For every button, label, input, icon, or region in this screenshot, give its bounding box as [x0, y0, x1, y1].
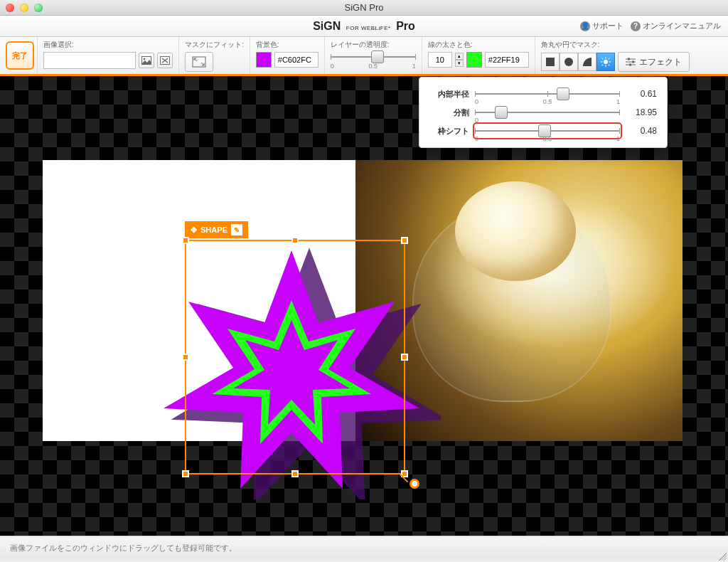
stroke-color-swatch[interactable]: [466, 52, 482, 68]
mask-rounded-button[interactable]: [578, 53, 596, 71]
help-icon: ?: [631, 21, 641, 31]
edit-icon[interactable]: ✎: [231, 224, 242, 235]
mask-square-button[interactable]: [541, 53, 560, 71]
opacity-min: 0: [331, 63, 334, 70]
brand-sub: FOR WEBLiFE*: [346, 25, 391, 31]
brand-main: SiGN: [313, 20, 341, 32]
resize-handle-bm[interactable]: [291, 470, 299, 477]
resize-grip[interactable]: [717, 551, 727, 561]
popover-row: 内部半径00.510.61: [425, 85, 657, 103]
step-down-icon[interactable]: ▾: [455, 60, 464, 67]
status-bar: 画像ファイルをこのウィンドウにドラッグしても登録可能です。: [0, 536, 728, 560]
effect-label: エフェクト: [639, 56, 682, 68]
image-icon: [141, 56, 151, 65]
popover-slider[interactable]: 0: [475, 106, 620, 119]
app-header: SiGN FOR WEBLiFE* Pro 👤 サポート ? オンラインマニュア…: [0, 16, 728, 37]
rotate-handle[interactable]: [410, 479, 419, 489]
popover-row: 分割018.95: [425, 103, 657, 122]
svg-rect-4: [546, 58, 555, 66]
popover-value: 0.48: [626, 126, 657, 136]
selection-box[interactable]: ✥ SHAPE ✎: [185, 240, 405, 474]
fit-icon: [191, 55, 207, 68]
manual-link[interactable]: ? オンラインマニュアル: [631, 21, 721, 31]
bgcolor-hex-input[interactable]: [274, 52, 318, 68]
square-icon: [545, 57, 555, 67]
sliders-icon: [626, 58, 636, 66]
opacity-thumb[interactable]: [371, 51, 384, 63]
clear-icon: [160, 56, 170, 65]
status-hint: 画像ファイルをこのウィンドウにドラッグしても登録可能です。: [10, 543, 237, 553]
mask-circle-button[interactable]: [560, 53, 578, 71]
stroke-width-stepper[interactable]: ▴▾: [455, 53, 464, 67]
quarter-icon: [582, 57, 592, 67]
popover-param-label: 内部半径: [425, 89, 469, 100]
popover-param-label: 枠シフト: [425, 126, 469, 137]
done-button[interactable]: 完了: [6, 41, 34, 70]
step-up-icon[interactable]: ▴: [455, 53, 464, 60]
stroke-width-input[interactable]: [428, 52, 452, 68]
stroke-label: 線の太さと色:: [428, 40, 529, 50]
resize-handle-bl[interactable]: [182, 470, 189, 477]
brand-suffix: Pro: [396, 20, 415, 32]
mask-burst-button[interactable]: [596, 53, 615, 71]
svg-point-5: [564, 58, 573, 66]
resize-handle-tr[interactable]: [401, 237, 408, 244]
fit-mask-label: マスクにフィット:: [185, 40, 244, 50]
resize-handle-mr[interactable]: [401, 354, 408, 361]
fit-mask-button[interactable]: [185, 52, 213, 72]
effect-button[interactable]: エフェクト: [618, 52, 690, 72]
burst-settings-popover: 内部半径00.510.61分割018.95枠シフト00.510.48: [419, 77, 668, 148]
opacity-slider[interactable]: 0 0.5 1: [331, 52, 416, 70]
resize-handle-tm[interactable]: [291, 237, 299, 244]
image-path-field[interactable]: [43, 52, 136, 69]
browse-image-button[interactable]: [139, 53, 154, 68]
canvas[interactable]: ✥ SHAPE ✎ 内部半径00.510.61分割018.95枠シフト00.51…: [0, 76, 728, 536]
selection-label: SHAPE: [200, 226, 228, 234]
popover-row: 枠シフト00.510.48: [425, 122, 657, 140]
resize-handle-ml[interactable]: [182, 354, 189, 361]
move-icon: ✥: [191, 226, 197, 235]
support-link[interactable]: 👤 サポート: [580, 21, 623, 31]
user-icon: 👤: [580, 21, 590, 31]
window-title: SiGN Pro: [0, 2, 728, 13]
mask-label: 角丸や円でマスク:: [541, 40, 690, 50]
clear-image-button[interactable]: [157, 53, 173, 68]
svg-point-1: [144, 58, 146, 60]
stroke-hex-input[interactable]: [485, 52, 529, 68]
popover-value: 18.95: [626, 107, 657, 117]
popover-slider[interactable]: 00.51: [475, 88, 620, 100]
image-select-label: 画像選択:: [43, 40, 173, 50]
resize-handle-tl[interactable]: [182, 237, 189, 244]
opacity-max: 1: [412, 63, 416, 70]
brand-logo: SiGN FOR WEBLiFE* Pro: [313, 20, 415, 33]
popover-param-label: 分割: [425, 107, 469, 118]
selection-tag[interactable]: ✥ SHAPE ✎: [185, 221, 248, 238]
opacity-label: レイヤーの透明度:: [331, 40, 416, 50]
svg-rect-7: [628, 58, 630, 60]
support-label: サポート: [592, 21, 623, 31]
svg-point-6: [604, 60, 608, 64]
window-titlebar: SiGN Pro: [0, 0, 728, 16]
svg-rect-8: [632, 61, 634, 63]
bgcolor-label: 背景色:: [256, 40, 318, 50]
circle-icon: [564, 57, 574, 67]
popover-value: 0.61: [626, 89, 657, 99]
bgcolor-swatch[interactable]: [256, 52, 272, 68]
opacity-mid: 0.5: [369, 63, 378, 70]
toolbar: 完了 画像選択: マスクにフィット: 背景色: レイヤーの透明度:: [0, 37, 728, 76]
manual-label: オンラインマニュアル: [643, 21, 721, 31]
svg-rect-9: [629, 64, 631, 66]
burst-icon: [600, 56, 611, 68]
popover-slider[interactable]: 00.51: [475, 124, 620, 137]
